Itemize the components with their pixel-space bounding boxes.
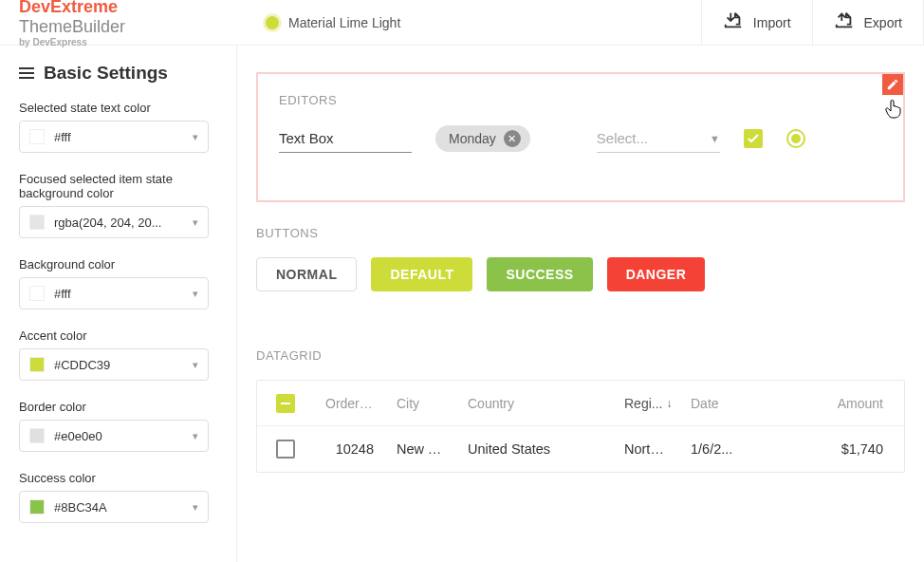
swatch-icon [29,129,45,144]
field-value: #fff [54,287,183,301]
sidebar-title: Basic Settings [44,63,168,84]
chevron-down-icon: ▾ [193,288,198,300]
normal-button[interactable]: NORMAL [256,257,357,291]
color-field[interactable]: #CDDC39▾ [19,348,209,381]
col-amount[interactable]: Amount [746,396,904,411]
field-value: #fff [54,130,183,144]
row-checkbox[interactable] [276,440,295,459]
col-country[interactable]: Country [456,396,613,411]
col-date[interactable]: Date [679,396,746,411]
textbox-input[interactable] [279,124,412,153]
color-field[interactable]: rgba(204, 204, 20...▾ [19,206,209,238]
tag-label: Monday [449,131,496,146]
select-dropdown[interactable]: Select... ▼ [597,124,720,153]
col-region-label: Regi... [624,396,662,411]
export-button[interactable]: Export [812,0,924,46]
color-field[interactable]: #fff▾ [19,121,209,153]
cell-order: 10248 [314,441,385,457]
color-field[interactable]: #e0e0e0▾ [19,420,209,452]
swatch-icon [29,215,45,230]
select-placeholder: Select... [597,130,710,146]
export-icon [834,10,855,34]
chevron-down-icon: ▾ [193,131,198,143]
cursor-hand-icon [882,97,905,122]
field-label: Selected state text color [19,101,217,115]
col-city[interactable]: City [385,396,456,411]
field-value: #e0e0e0 [54,429,183,443]
menu-icon[interactable] [19,67,34,79]
chevron-down-icon: ▾ [193,359,198,371]
buttons-title: BUTTONS [256,226,905,240]
field-value: rgba(204, 204, 20... [54,215,183,230]
export-label: Export [864,15,902,30]
field-value: #CDDC39 [54,358,183,372]
field-label: Accent color [19,328,217,343]
field-label: Focused selected item state background c… [19,172,217,200]
datagrid-title: DATAGRID [256,348,905,363]
color-field[interactable]: #fff▾ [19,277,209,309]
col-order[interactable]: Order ID [314,396,385,411]
field-label: Background color [19,257,217,272]
chevron-down-icon: ▾ [193,501,198,514]
swatch-icon [29,428,45,443]
brand-part2: ThemeBuilder [19,17,125,36]
col-region[interactable]: Regi... ↓ [613,396,679,411]
editors-title: EDITORS [279,93,882,107]
success-button[interactable]: SUCCESS [487,257,592,291]
theme-name: Material Lime Light [288,15,400,30]
chevron-down-icon: ▾ [193,216,198,229]
theme-swatch-icon [266,16,279,29]
import-button[interactable]: Import [701,0,812,46]
tag-remove-icon[interactable]: ✕ [504,130,521,147]
default-button[interactable]: DEFAULT [371,257,472,291]
edit-panel-button[interactable] [882,74,903,95]
import-label: Import [753,15,791,30]
table-row[interactable]: 10248New Y...United StatesNorth ...1/6/2… [257,426,904,472]
cell-country: United States [456,441,613,457]
swatch-icon [29,499,45,515]
radio-selected[interactable] [786,129,805,148]
field-value: #8BC34A [54,500,183,515]
field-label: Success color [19,471,217,485]
chevron-down-icon: ▾ [193,430,198,442]
datagrid: Order ID City Country Regi... ↓ Date Amo… [256,380,905,473]
swatch-icon [29,286,45,301]
cell-amount: $1,740 [746,441,904,457]
select-all-checkbox[interactable] [276,394,295,413]
current-theme[interactable]: Material Lime Light [237,15,429,30]
color-field[interactable]: #8BC34A▾ [19,491,209,523]
swatch-icon [29,357,45,372]
field-label: Border color [19,400,217,414]
brand-part1: DevExtreme [19,0,118,16]
tag-chip[interactable]: Monday ✕ [435,125,530,152]
sort-down-icon: ↓ [666,397,672,410]
cell-date: 1/6/2... [679,441,746,457]
checkbox-checked[interactable] [744,129,763,148]
cell-region: North ... [613,441,679,457]
chevron-down-icon: ▼ [710,133,720,144]
import-icon [723,10,744,34]
editors-panel: EDITORS Monday ✕ Select... ▼ [256,72,905,202]
danger-button[interactable]: DANGER [607,257,706,291]
cell-city: New Y... [385,441,456,457]
